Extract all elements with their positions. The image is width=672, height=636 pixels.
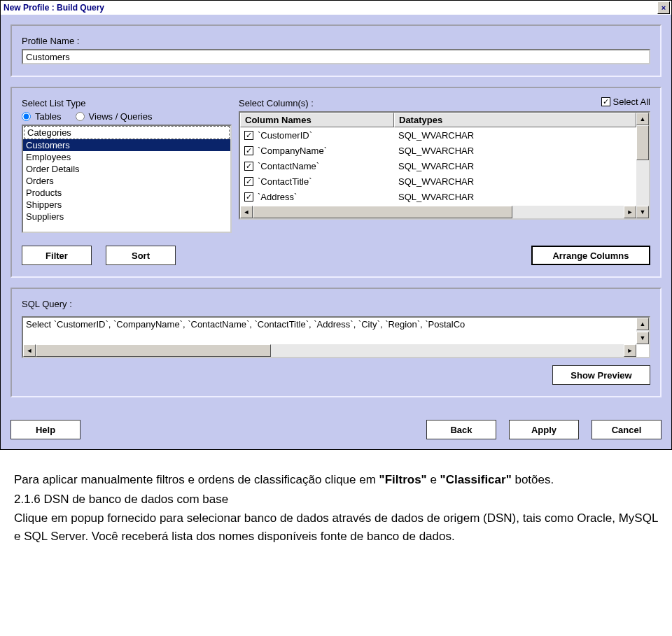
profile-name-input[interactable] [22,49,650,64]
profile-panel: Profile Name : [10,24,662,77]
filter-sort-row: Filter Sort Arrange Columns [22,246,650,265]
scroll-up-icon[interactable]: ▲ [636,318,649,330]
table-row[interactable]: ✓`Address`SQL_WVARCHAR [240,189,636,204]
scroll-right-icon[interactable]: ► [624,344,636,357]
radio-views[interactable]: Views / Queries [76,111,153,122]
doc-l1e: botões. [512,473,554,486]
sort-button[interactable]: Sort [106,246,176,265]
radio-views-label: Views / Queries [89,111,153,122]
sql-text: Select `CustomerID`, `CompanyName`, `Con… [26,319,465,330]
radio-tables[interactable]: Tables [22,111,62,122]
list-item[interactable]: Employees [23,151,230,163]
scroll-up-icon[interactable]: ▲ [636,113,649,125]
arrange-columns-button[interactable]: Arrange Columns [531,246,650,265]
sql-panel: SQL Query : Select `CustomerID`, `Compan… [10,288,662,397]
doc-l1a: Para aplicar manualmente filtros e orden… [14,473,379,486]
radio-tables-label: Tables [35,111,62,122]
scroll-right-icon[interactable]: ► [624,206,636,218]
header-datatypes[interactable]: Datatypes [394,113,636,127]
datatype-cell: SQL_WVARCHAR [394,161,636,171]
datatype-cell: SQL_WVARCHAR [394,130,636,141]
table-row[interactable]: ✓`CompanyName`SQL_WVARCHAR [240,143,636,158]
list-columns-panel: Select List Type Tables Views / Queries … [10,87,662,278]
select-all[interactable]: ✓ Select All [601,97,650,107]
header-column-names[interactable]: Column Names [240,113,394,127]
doc-l1d: "Classificar" [440,473,512,486]
radio-views-input[interactable] [76,112,85,121]
back-button[interactable]: Back [426,420,496,439]
cancel-button[interactable]: Cancel [592,420,662,439]
column-name-cell: `Address` [258,192,297,202]
radio-tables-input[interactable] [22,112,31,121]
doc-l1c: e [427,473,440,486]
datatype-cell: SQL_WVARCHAR [394,146,636,156]
show-preview-button[interactable]: Show Preview [552,365,650,385]
scroll-left-icon[interactable]: ◄ [23,344,36,357]
row-checkbox[interactable]: ✓ [244,162,253,171]
hscroll-thumb[interactable] [253,206,512,218]
table-row[interactable]: ✓`CustomerID`SQL_WVARCHAR [240,127,636,143]
doc-l3: Clique em popup fornecido para seleciona… [14,509,658,545]
datatype-cell: SQL_WVARCHAR [394,176,636,187]
column-name-cell: `ContactTitle` [258,176,312,187]
row-checkbox[interactable]: ✓ [244,177,253,186]
titlebar[interactable]: New Profile : Build Query × [1,1,671,15]
window-title: New Profile : Build Query [4,3,104,13]
list-item[interactable]: Products [23,187,230,199]
list-item[interactable]: Orders [23,175,230,187]
profile-name-label: Profile Name : [22,36,650,46]
sql-vscroll[interactable]: ▲ ▼ [636,318,649,344]
columns-grid[interactable]: Column Names Datatypes ✓`CustomerID`SQL_… [239,111,650,220]
scroll-left-icon[interactable]: ◄ [240,206,253,218]
grid-vscroll[interactable]: ▲ ▼ [636,113,649,218]
list-item[interactable]: Customers [23,139,230,151]
column-name-cell: `CustomerID` [258,130,312,141]
columns-section: Select Column(s) : ✓ Select All Column N… [239,98,650,220]
row-checkbox[interactable]: ✓ [244,146,253,155]
vscroll-thumb[interactable] [636,125,649,160]
column-name-cell: `CompanyName` [258,146,327,156]
grid-header: Column Names Datatypes [240,113,636,127]
apply-button[interactable]: Apply [509,420,579,439]
build-query-window: New Profile : Build Query × Profile Name… [0,0,672,450]
list-item[interactable]: Categories [24,126,230,139]
columns-label: Select Column(s) : [239,98,650,108]
footer-buttons: Help Back Apply Cancel [1,417,671,449]
doc-l1b: "Filtros" [379,473,427,486]
scroll-down-icon[interactable]: ▼ [636,332,649,344]
list-type-section: Select List Type Tables Views / Queries … [22,98,232,233]
select-all-label: Select All [613,97,650,107]
row-checkbox[interactable]: ✓ [244,131,253,140]
scroll-down-icon[interactable]: ▼ [636,206,649,218]
sql-hscroll[interactable]: ◄ ► [23,344,636,357]
close-icon[interactable]: × [657,1,670,14]
sql-textarea[interactable]: Select `CustomerID`, `CompanyName`, `Con… [22,316,650,358]
sql-label: SQL Query : [22,299,650,309]
list-item[interactable]: Order Details [23,163,230,175]
help-button[interactable]: Help [10,420,80,439]
column-name-cell: `ContactName` [258,161,319,171]
table-row[interactable]: ✓`ContactTitle`SQL_WVARCHAR [240,174,636,189]
document-text: Para aplicar manualmente filtros e orden… [0,450,672,552]
datatype-cell: SQL_WVARCHAR [394,192,636,202]
list-type-label: Select List Type [22,98,232,108]
table-row[interactable]: ✓`ContactName`SQL_WVARCHAR [240,158,636,174]
list-item[interactable]: Shippers [23,199,230,211]
row-checkbox[interactable]: ✓ [244,192,253,202]
list-item[interactable]: Suppliers [23,211,230,222]
tables-listbox[interactable]: CategoriesCustomersEmployeesOrder Detail… [22,125,232,233]
window-body: Profile Name : Select List Type Tables [1,15,671,417]
doc-l2: 2.1.6 DSN de banco de dados com base [14,490,658,509]
select-all-checkbox[interactable]: ✓ [601,97,610,106]
grid-hscroll[interactable]: ◄ ► [240,206,636,218]
hscroll-thumb[interactable] [36,344,271,357]
filter-button[interactable]: Filter [22,246,92,265]
